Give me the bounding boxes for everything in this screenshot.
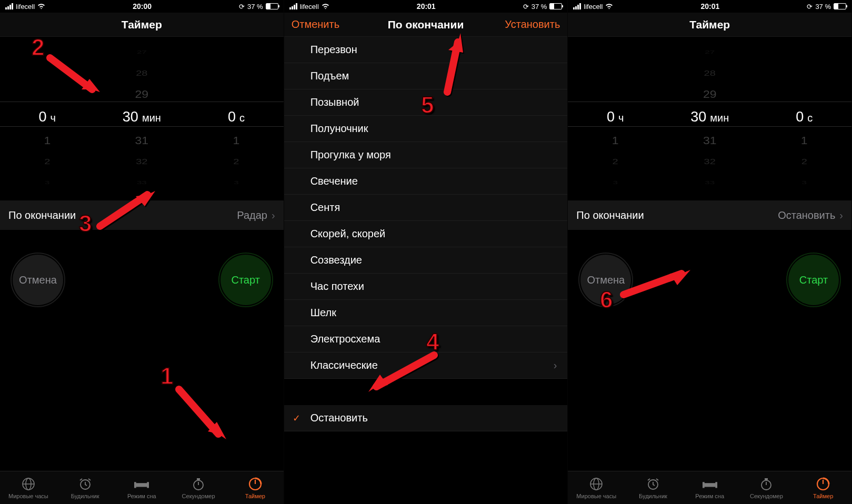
- classic-sounds-row[interactable]: Классические›: [284, 352, 568, 379]
- when-ends-value: Радар: [237, 209, 267, 221]
- svg-rect-6: [147, 482, 149, 488]
- battery-icon: [266, 3, 278, 9]
- svg-rect-8: [197, 478, 200, 480]
- set-link[interactable]: Установить: [505, 18, 560, 31]
- header: Отменить По окончании Установить: [284, 13, 568, 37]
- tab-timer[interactable]: Таймер: [795, 471, 851, 504]
- tab-sleep[interactable]: Режим сна: [113, 471, 170, 504]
- svg-rect-15: [704, 483, 716, 487]
- cancel-link[interactable]: Отменить: [292, 18, 339, 31]
- time-picker[interactable]: 0ч 123 272829 30мин 313233 0с 123: [0, 37, 284, 197]
- sound-option[interactable]: Подъем: [284, 63, 568, 89]
- timer-icon: [248, 477, 263, 491]
- step-4-label: 4: [426, 329, 439, 355]
- tab-timer[interactable]: Таймер: [227, 471, 284, 504]
- when-timer-ends-row[interactable]: По окончании Радар›: [0, 200, 284, 230]
- sound-option[interactable]: Прогулка у моря: [284, 142, 568, 168]
- stopwatch-icon: [191, 477, 206, 491]
- rotation-lock-icon: ⟳: [807, 3, 813, 11]
- alarm-icon: [78, 477, 93, 491]
- sound-option[interactable]: Электросхема: [284, 326, 568, 352]
- battery-icon: [549, 3, 562, 9]
- start-button[interactable]: Старт: [220, 255, 271, 305]
- tab-sleep[interactable]: Режим сна: [681, 471, 738, 504]
- stop-playing-option[interactable]: ✓Остановить: [284, 405, 568, 431]
- tab-world-clock[interactable]: Мировые часы: [568, 471, 625, 504]
- carrier-label: lifecell: [584, 3, 603, 11]
- battery-percent: 37 %: [247, 3, 263, 11]
- check-icon: ✓: [293, 412, 300, 424]
- seconds-picker[interactable]: 0с 123: [189, 37, 284, 197]
- signal-icon: [289, 3, 297, 9]
- hours-picker[interactable]: 0ч 123: [568, 37, 663, 197]
- page-title: По окончании: [388, 18, 464, 31]
- page-title: Таймер: [122, 18, 162, 31]
- status-time: 20:01: [701, 2, 720, 11]
- svg-rect-17: [715, 482, 717, 488]
- start-button[interactable]: Старт: [788, 255, 839, 305]
- tab-alarm[interactable]: Будильник: [625, 471, 681, 504]
- page-title: Таймер: [689, 18, 730, 31]
- seconds-picker[interactable]: 0с 123: [757, 37, 851, 197]
- signal-icon: [5, 3, 13, 9]
- svg-rect-4: [135, 483, 148, 487]
- sound-option[interactable]: Полуночник: [284, 116, 568, 142]
- chevron-right-icon: ›: [839, 209, 843, 221]
- sound-option[interactable]: Час потехи: [284, 274, 568, 300]
- svg-rect-16: [703, 482, 705, 488]
- sound-option[interactable]: Шелк: [284, 300, 568, 326]
- globe-icon: [21, 477, 36, 491]
- when-ends-label: По окончании: [8, 209, 76, 221]
- status-bar: lifecell 20:01 ⟳ 37 %: [568, 0, 851, 13]
- screen-2-sounds: lifecell 20:01 ⟳ 37 % Отменить По оконча…: [284, 0, 568, 504]
- sound-option[interactable]: Перезвон: [284, 37, 568, 63]
- header: Таймер: [568, 13, 851, 37]
- stopwatch-icon: [759, 477, 774, 491]
- minutes-picker[interactable]: 272829 30мин 313233: [663, 37, 757, 197]
- sound-option[interactable]: Скорей, скорей: [284, 221, 568, 247]
- carrier-label: lifecell: [16, 3, 35, 11]
- battery-icon: [834, 3, 846, 9]
- step-1-label: 1: [161, 363, 173, 389]
- bed-icon: [134, 477, 149, 491]
- when-ends-label: По окончании: [576, 209, 644, 221]
- status-time: 20:01: [417, 2, 436, 11]
- tab-alarm[interactable]: Будильник: [57, 471, 114, 504]
- chevron-right-icon: ›: [554, 359, 557, 371]
- timer-icon: [816, 477, 830, 491]
- sound-option[interactable]: Созвездие: [284, 247, 568, 274]
- battery-percent: 37 %: [815, 3, 831, 11]
- svg-rect-19: [765, 478, 768, 480]
- header: Таймер: [0, 13, 284, 37]
- globe-icon: [589, 477, 604, 491]
- status-bar: lifecell 20:01 ⟳ 37 %: [284, 0, 568, 13]
- svg-rect-5: [134, 482, 136, 488]
- step-3-label: 3: [79, 210, 92, 237]
- chevron-right-icon: ›: [272, 209, 275, 221]
- screen-1-timer: lifecell 20:00 ⟳ 37 % Таймер 0ч 123 2728…: [0, 0, 284, 504]
- status-time: 20:00: [133, 2, 152, 11]
- wifi-icon: [322, 3, 329, 11]
- buttons-row: Отмена Старт: [0, 235, 284, 325]
- minutes-picker[interactable]: 272829 30мин 313233: [95, 37, 189, 197]
- wifi-icon: [37, 3, 45, 11]
- wifi-icon: [605, 3, 613, 11]
- sound-option[interactable]: Свечение: [284, 168, 568, 195]
- step-2-label: 2: [32, 34, 44, 61]
- signal-icon: [573, 3, 581, 9]
- alarm-icon: [646, 477, 660, 491]
- time-picker[interactable]: 0ч 123 272829 30мин 313233 0с 123: [568, 37, 851, 197]
- tab-stopwatch[interactable]: Секундомер: [170, 471, 227, 504]
- tab-stopwatch[interactable]: Секундомер: [738, 471, 795, 504]
- tab-bar: Мировые часы Будильник Режим сна Секундо…: [0, 471, 284, 504]
- bed-icon: [703, 477, 717, 491]
- cancel-button[interactable]: Отмена: [13, 255, 63, 305]
- when-ends-value: Остановить: [778, 209, 835, 221]
- status-bar: lifecell 20:00 ⟳ 37 %: [0, 0, 284, 13]
- sound-option[interactable]: Сентя: [284, 195, 568, 221]
- screen-3-timer: lifecell 20:01 ⟳ 37 % Таймер 0ч 123 2728…: [568, 0, 852, 504]
- hours-picker[interactable]: 0ч 123: [0, 37, 95, 197]
- when-timer-ends-row[interactable]: По окончании Остановить›: [568, 200, 851, 230]
- rotation-lock-icon: ⟳: [523, 3, 529, 11]
- tab-world-clock[interactable]: Мировые часы: [0, 471, 57, 504]
